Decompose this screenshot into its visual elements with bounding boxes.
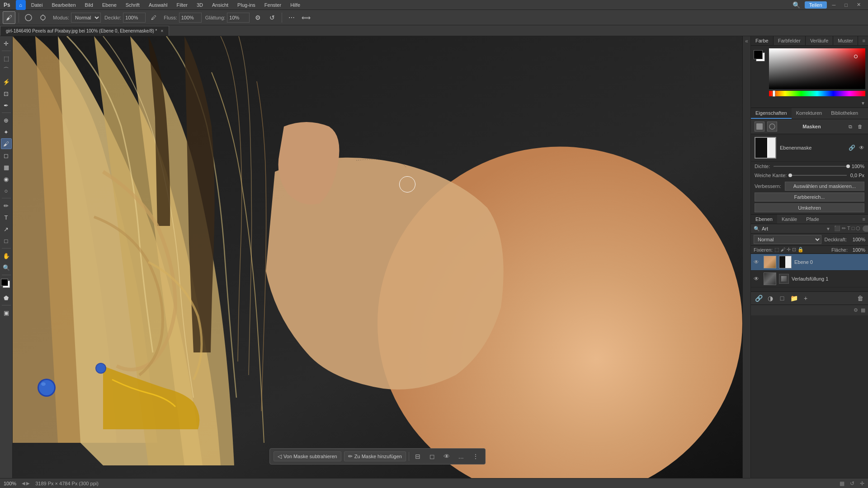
lock-paint-btn[interactable]: 🖌: [780, 247, 785, 253]
tab-eigenschaften[interactable]: Eigenschaften: [751, 108, 792, 119]
arrange-btn[interactable]: ▦: [840, 480, 844, 487]
brush-preset-btn[interactable]: [22, 11, 35, 24]
blur-tool[interactable]: ◉: [1, 174, 12, 184]
menu-datei[interactable]: Datei: [28, 1, 47, 9]
layer-filter-pixel[interactable]: ⬛: [834, 225, 840, 232]
delete-layer-btn[interactable]: 🗑: [855, 293, 865, 303]
mask-visibility-btn2[interactable]: 👁: [859, 145, 864, 151]
farbbereich-btn[interactable]: Farbbereich...: [755, 192, 864, 202]
fg-bg-swatch[interactable]: [754, 50, 766, 63]
glaettung-input[interactable]: [227, 13, 250, 23]
color-picker-main[interactable]: [769, 48, 865, 89]
menu-bild[interactable]: Bild: [81, 1, 97, 9]
layer-item-verlauf[interactable]: 👁 Verlaufsfüllung 1: [751, 271, 868, 287]
window-restore[interactable]: □: [841, 1, 851, 9]
eyedropper-tool[interactable]: ✒: [1, 100, 12, 111]
tab-bibliotheken[interactable]: Bibliotheken: [826, 108, 863, 119]
fluss-input[interactable]: [179, 13, 202, 23]
home-btn[interactable]: ⌂: [16, 0, 26, 10]
menu-hilfe[interactable]: Hilfe: [287, 1, 304, 9]
layer-filter-smart[interactable]: ⬡: [856, 225, 860, 232]
mask-delete-btn[interactable]: 🗑: [856, 122, 864, 131]
status-prev-btn[interactable]: ◀: [22, 481, 25, 486]
add-to-mask-btn[interactable]: ✏ Zu Maske hinzufügen: [344, 451, 406, 461]
tab-close-btn[interactable]: ×: [160, 28, 163, 33]
eraser-tool[interactable]: ◻: [1, 150, 12, 161]
mask-visibility-btn[interactable]: 👁: [441, 450, 453, 462]
search-btn[interactable]: 🔍: [790, 0, 803, 9]
screen-mode-btn[interactable]: ▣: [1, 307, 12, 318]
glaettung-settings-btn[interactable]: ⚙: [251, 11, 264, 24]
dodge-tool[interactable]: ○: [1, 185, 12, 196]
menu-bearbeiten[interactable]: Bearbeiten: [48, 1, 79, 9]
flaeche-value[interactable]: 100%: [849, 247, 865, 253]
tab-korrekturen[interactable]: Korrekturen: [792, 108, 826, 119]
tab-pfade[interactable]: Pfade: [802, 215, 824, 224]
angle-btn[interactable]: ↺: [266, 11, 278, 24]
clone-tool[interactable]: ✦: [1, 127, 12, 137]
umkehren-btn[interactable]: Umkehren: [755, 203, 864, 212]
canvas-area[interactable]: ◁ Von Maske subtrahieren ✏ Zu Maske hinz…: [13, 36, 742, 478]
lasso-tool[interactable]: ⌒: [1, 65, 12, 75]
layer-search-input[interactable]: [762, 226, 824, 231]
menu-schrift[interactable]: Schrift: [122, 1, 143, 9]
mask-more-btn[interactable]: ...: [455, 450, 467, 462]
mask-link-btn[interactable]: 🔗: [849, 145, 855, 151]
color-expand-btn[interactable]: ▼: [751, 101, 868, 108]
lock-artboard-btn[interactable]: ⊡: [792, 247, 796, 253]
panel-layout-btn[interactable]: ▦: [861, 307, 865, 313]
weiche-kante-slider[interactable]: [790, 175, 846, 176]
shape-tool[interactable]: □: [1, 235, 12, 246]
tab-ebenen[interactable]: Ebenen: [751, 215, 777, 224]
hue-slider[interactable]: [769, 91, 865, 96]
layer-filter-shape[interactable]: □: [852, 225, 855, 232]
mask-copy-btn[interactable]: ⧉: [846, 122, 854, 131]
add-layer-btn[interactable]: +: [801, 293, 811, 303]
history-btn[interactable]: ↺: [850, 480, 854, 487]
lock-all-btn[interactable]: 🔒: [797, 247, 804, 253]
layers-panel-menu-btn[interactable]: ≡: [860, 215, 868, 224]
subtract-from-mask-btn[interactable]: ◁ Von Maske subtrahieren: [274, 451, 341, 461]
lock-transparent-btn[interactable]: ⬚: [774, 247, 779, 253]
layer-item-ebene0[interactable]: 👁 Ebene 0: [751, 254, 868, 271]
fg-bg-colors[interactable]: [1, 279, 12, 290]
layer-filter-type[interactable]: T: [847, 225, 850, 232]
add-link-btn[interactable]: 🔗: [754, 293, 764, 303]
mask-thumbnail[interactable]: [755, 137, 776, 159]
lock-position-btn[interactable]: ✛: [787, 247, 791, 253]
layer-filter-toggle[interactable]: [863, 225, 868, 232]
document-tab[interactable]: girl-1846490 Pexels auf Pixabay.jpg bei …: [0, 26, 169, 36]
mask-close-btn[interactable]: ⋮: [470, 450, 481, 462]
add-adjustment-btn[interactable]: ◑: [765, 293, 775, 303]
pressure-btn[interactable]: ⋯: [285, 11, 298, 24]
zoom-level[interactable]: 100%: [4, 481, 16, 486]
brush-tool[interactable]: 🖌: [1, 138, 12, 149]
path-select-tool[interactable]: ↗: [1, 224, 12, 235]
color-tab-verlaeufe[interactable]: Verläufe: [806, 36, 833, 45]
panel-settings-btn[interactable]: ⚙: [854, 307, 858, 313]
deckkraft-value[interactable]: 100%: [849, 237, 865, 242]
tab-kanaele[interactable]: Kanäle: [777, 215, 802, 224]
add-mask-btn[interactable]: □: [777, 293, 787, 303]
brush-tool-btn[interactable]: 🖌: [3, 11, 15, 24]
window-minimize[interactable]: ─: [829, 1, 840, 9]
auswahl-maskieren-btn[interactable]: Auswählen und maskieren...: [785, 182, 864, 191]
menu-filter[interactable]: Filter: [173, 1, 191, 9]
layer-filter-adj[interactable]: ✏: [842, 225, 846, 232]
gradient-tool[interactable]: ▦: [1, 162, 12, 173]
snap-btn[interactable]: ✛: [860, 480, 864, 487]
menu-3d[interactable]: 3D: [193, 1, 207, 9]
pixel-mask-icon[interactable]: [755, 122, 764, 131]
marquee-tool[interactable]: ⬚: [1, 53, 12, 64]
status-next-btn[interactable]: ▶: [26, 481, 30, 486]
quick-select-tool[interactable]: ⚡: [1, 76, 12, 87]
share-btn[interactable]: Teilen: [805, 1, 827, 9]
crop-tool[interactable]: ⊡: [1, 88, 12, 99]
zoom-tool[interactable]: 🔍: [1, 262, 12, 273]
layer-search-dropdown[interactable]: ▼: [826, 226, 830, 231]
menu-ebene[interactable]: Ebene: [99, 1, 120, 9]
layer-mode-select[interactable]: Normal: [754, 235, 821, 244]
add-group-btn[interactable]: 📁: [789, 293, 799, 303]
modus-select[interactable]: Normal: [71, 13, 101, 23]
expand-panel-btn[interactable]: «: [745, 38, 748, 44]
